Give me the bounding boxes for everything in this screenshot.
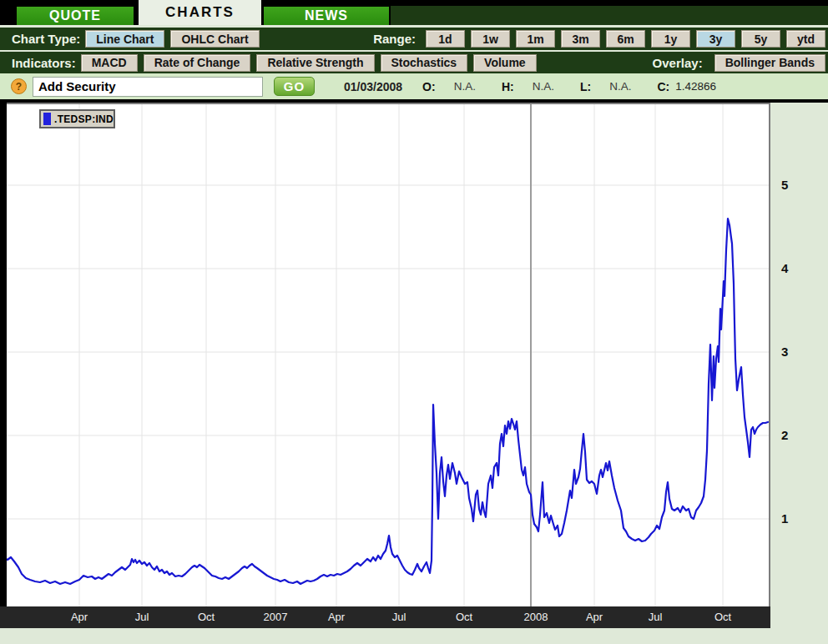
quote-field-H: H:N.A.: [476, 80, 554, 93]
range-group: Range: 1d1w1m3m6m1y3y5yytd: [373, 30, 828, 48]
range-button-1w[interactable]: 1w: [471, 30, 510, 48]
y-axis-label: 4: [781, 261, 803, 275]
range-label: Range:: [373, 32, 416, 46]
indicators-label: Indicators:: [12, 56, 76, 70]
chart-region: .TEDSP:IND 12345 AprJulOct2007AprJulOct2…: [0, 103, 828, 628]
x-axis-label: Oct: [198, 606, 215, 628]
range-button-1y[interactable]: 1y: [651, 30, 690, 48]
go-button[interactable]: GO: [274, 77, 315, 96]
x-axis-label: Oct: [456, 606, 472, 628]
quote-date: 01/03/2008: [344, 80, 402, 93]
x-axis-label: Apr: [328, 606, 345, 628]
quote-field-label: L:: [580, 80, 591, 93]
range-button-3y[interactable]: 3y: [696, 30, 735, 48]
overlay-group: Overlay: Bollinger Bands: [653, 54, 828, 72]
series-legend-chip[interactable]: .TEDSP:IND: [39, 109, 115, 128]
quote-field-C: C:1.42866: [631, 80, 716, 93]
x-axis-label: 2007: [264, 606, 288, 628]
range-buttons: 1d1w1m3m6m1y3y5yytd: [426, 30, 825, 48]
x-axis-label: 2008: [524, 606, 548, 628]
y-axis-label: 5: [781, 178, 803, 192]
overlay-button-bollinger-bands[interactable]: Bollinger Bands: [714, 54, 825, 72]
x-axis-label: Apr: [71, 606, 88, 628]
range-button-5y[interactable]: 5y: [741, 30, 780, 48]
ohlc-readout: O:N.A.H:N.A.L:N.A.C:1.42866: [402, 80, 716, 93]
quote-field-label: C:: [657, 80, 669, 93]
y-axis-label: 3: [781, 345, 803, 359]
y-axis-label: 1: [781, 511, 803, 526]
chart-type-toolbar: Chart Type: Line ChartOHLC Chart Range: …: [0, 25, 828, 50]
quote-field-value: N.A.: [454, 80, 476, 93]
add-security-input[interactable]: [33, 77, 263, 97]
x-axis-label: Apr: [586, 606, 603, 628]
price-line: [7, 219, 768, 584]
series-legend-label: .TEDSP:IND: [54, 113, 114, 125]
chart-plot-area[interactable]: [7, 103, 770, 606]
quote-field-O: O:N.A.: [402, 80, 476, 93]
quote-field-value: 1.42866: [675, 80, 716, 93]
chart-type-button-line-chart[interactable]: Line Chart: [85, 30, 164, 48]
chart-type-button-ohlc-chart[interactable]: OHLC Chart: [170, 30, 259, 48]
indicator-button-volume[interactable]: Volume: [473, 54, 537, 72]
indicator-button-stochastics[interactable]: Stochastics: [381, 54, 468, 72]
indicator-buttons: MACDRate of ChangeRelative StrengthStoch…: [81, 54, 537, 72]
range-button-3m[interactable]: 3m: [561, 30, 600, 48]
range-button-6m[interactable]: 6m: [606, 30, 645, 48]
chart-type-buttons: Line ChartOHLC Chart: [85, 30, 259, 48]
tab-charts[interactable]: CHARTS: [139, 0, 261, 25]
chart-type-label: Chart Type:: [12, 32, 80, 46]
x-axis-label: Oct: [714, 606, 731, 628]
y-axis-label: 2: [781, 428, 803, 442]
overlay-buttons: Bollinger Bands: [714, 54, 825, 72]
range-button-ytd[interactable]: ytd: [786, 30, 825, 48]
help-icon[interactable]: ?: [11, 78, 27, 94]
indicator-button-rate-of-change[interactable]: Rate of Change: [144, 54, 251, 72]
quote-field-L: L:N.A.: [554, 80, 631, 93]
security-bar: ? GO 01/03/2008 O:N.A.H:N.A.L:N.A.C:1.42…: [0, 73, 828, 99]
chart-left-border: [0, 103, 7, 628]
x-axis-label: Jul: [135, 606, 149, 628]
tab-bar-filler: [391, 6, 828, 25]
indicator-button-relative-strength[interactable]: Relative Strength: [256, 54, 374, 72]
indicator-button-macd[interactable]: MACD: [81, 54, 138, 72]
quote-field-label: H:: [502, 80, 514, 93]
series-color-swatch: [43, 113, 51, 125]
charting-app-window: QUOTECHARTSNEWS Chart Type: Line ChartOH…: [0, 0, 828, 644]
quote-field-label: O:: [422, 80, 436, 93]
tab-quote[interactable]: QUOTE: [17, 7, 134, 25]
quote-field-value: N.A.: [533, 80, 554, 93]
x-axis-label: Jul: [392, 606, 406, 628]
x-axis-bar: AprJulOct2007AprJulOct2008AprJulOct: [0, 606, 770, 628]
chart-plot-svg[interactable]: [7, 104, 769, 606]
quote-field-value: N.A.: [609, 80, 631, 93]
range-button-1d[interactable]: 1d: [426, 30, 465, 48]
range-button-1m[interactable]: 1m: [516, 30, 555, 48]
indicators-toolbar: Indicators: MACDRate of ChangeRelative S…: [0, 50, 828, 73]
x-axis-label: Jul: [649, 606, 663, 628]
overlay-label: Overlay:: [653, 56, 703, 70]
tab-bar: QUOTECHARTSNEWS: [0, 0, 828, 25]
tab-news[interactable]: NEWS: [264, 7, 389, 25]
